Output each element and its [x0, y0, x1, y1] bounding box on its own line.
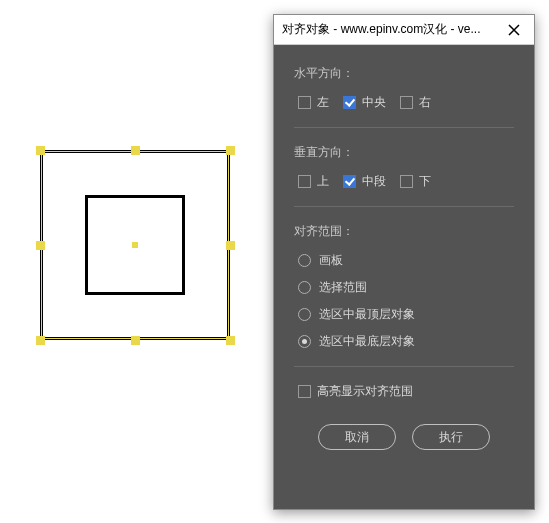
checkbox-label: 下 — [419, 173, 431, 190]
radio-icon — [298, 308, 311, 321]
selection-center-point — [132, 242, 138, 248]
checkbox-label: 中段 — [362, 173, 386, 190]
execute-button[interactable]: 执行 — [412, 424, 490, 450]
radio-label: 选区中最顶层对象 — [319, 306, 415, 323]
scope-section-label: 对齐范围： — [294, 223, 514, 240]
checkbox-label: 右 — [419, 94, 431, 111]
horizontal-options-row: 左 中央 右 — [294, 94, 514, 111]
cancel-button[interactable]: 取消 — [318, 424, 396, 450]
radio-artboard[interactable]: 画板 — [298, 252, 514, 269]
checkbox-label: 上 — [317, 173, 329, 190]
radio-label: 选择范围 — [319, 279, 367, 296]
close-icon — [508, 24, 520, 36]
close-button[interactable] — [502, 18, 526, 42]
selection-handle-bottom-middle[interactable] — [131, 336, 140, 345]
checkbox-icon — [400, 175, 413, 188]
divider — [294, 127, 514, 128]
vertical-section-label: 垂直方向： — [294, 144, 514, 161]
checkbox-align-left[interactable]: 左 — [298, 94, 329, 111]
radio-label: 选区中最底层对象 — [319, 333, 415, 350]
radio-topmost-object[interactable]: 选区中最顶层对象 — [298, 306, 514, 323]
checkbox-icon — [298, 385, 311, 398]
radio-icon — [298, 281, 311, 294]
checkbox-label: 中央 — [362, 94, 386, 111]
selection-handle-bottom-right[interactable] — [226, 336, 235, 345]
checkbox-align-center[interactable]: 中央 — [343, 94, 386, 111]
divider — [294, 366, 514, 367]
radio-icon — [298, 335, 311, 348]
checkbox-icon — [298, 96, 311, 109]
align-objects-dialog: 对齐对象 - www.epinv.com汉化 - ve... 水平方向： 左 中… — [273, 14, 535, 510]
selection-handle-top-left[interactable] — [36, 146, 45, 155]
checkbox-align-top[interactable]: 上 — [298, 173, 329, 190]
checkbox-icon — [343, 96, 356, 109]
radio-bottommost-object[interactable]: 选区中最底层对象 — [298, 333, 514, 350]
selection-handle-bottom-left[interactable] — [36, 336, 45, 345]
checkbox-label: 高亮显示对齐范围 — [317, 383, 413, 400]
dialog-buttons: 取消 执行 — [294, 424, 514, 450]
divider — [294, 206, 514, 207]
checkbox-icon — [400, 96, 413, 109]
checkbox-label: 左 — [317, 94, 329, 111]
checkbox-align-bottom[interactable]: 下 — [400, 173, 431, 190]
checkbox-align-right[interactable]: 右 — [400, 94, 431, 111]
checkbox-icon — [343, 175, 356, 188]
dialog-titlebar[interactable]: 对齐对象 - www.epinv.com汉化 - ve... — [274, 15, 534, 45]
dialog-title: 对齐对象 - www.epinv.com汉化 - ve... — [282, 21, 502, 38]
selection-handle-middle-right[interactable] — [226, 241, 235, 250]
radio-label: 画板 — [319, 252, 343, 269]
canvas-preview — [20, 130, 250, 360]
horizontal-section-label: 水平方向： — [294, 65, 514, 82]
selection-handle-top-right[interactable] — [226, 146, 235, 155]
scope-options: 画板 选择范围 选区中最顶层对象 选区中最底层对象 — [294, 252, 514, 350]
vertical-options-row: 上 中段 下 — [294, 173, 514, 190]
selection-handle-top-middle[interactable] — [131, 146, 140, 155]
radio-icon — [298, 254, 311, 267]
checkbox-icon — [298, 175, 311, 188]
checkbox-align-middle[interactable]: 中段 — [343, 173, 386, 190]
checkbox-highlight-scope[interactable]: 高亮显示对齐范围 — [294, 383, 514, 400]
selection-handle-middle-left[interactable] — [36, 241, 45, 250]
radio-selection-bounds[interactable]: 选择范围 — [298, 279, 514, 296]
